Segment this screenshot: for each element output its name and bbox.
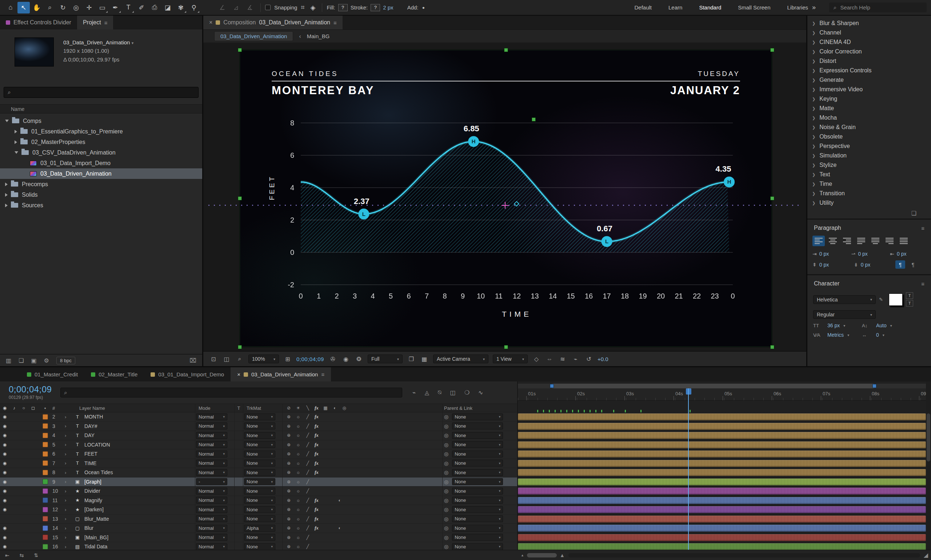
- keyframe-tick[interactable]: [601, 410, 602, 412]
- layer-fx-badge[interactable]: fx: [315, 460, 319, 466]
- layer-switch-icon[interactable]: ⊕: [286, 424, 291, 429]
- indent-control[interactable]: ⇤0 px: [890, 251, 926, 257]
- expand-inout-pane-icon[interactable]: ⇆: [20, 552, 24, 558]
- pan-behind-tool[interactable]: ✛: [83, 2, 95, 14]
- layer-parent-dropdown[interactable]: None: [452, 515, 503, 522]
- type-tool[interactable]: T: [122, 2, 135, 14]
- layer-duration-bar[interactable]: [518, 423, 926, 430]
- magnify-icon[interactable]: ⌕: [235, 355, 244, 362]
- layer-mode-dropdown[interactable]: Normal: [196, 441, 227, 448]
- layer-selection-handle[interactable]: [238, 345, 242, 349]
- effects-category[interactable]: ❯Simulation: [807, 151, 931, 160]
- parent-pickwhip-icon[interactable]: ◎: [444, 469, 448, 475]
- effects-category[interactable]: ❯Keying: [807, 94, 931, 104]
- channels-icon[interactable]: ❂: [355, 355, 363, 363]
- keyframe-tick[interactable]: [578, 410, 579, 412]
- indent-value[interactable]: 0 px: [819, 262, 829, 268]
- snap-option-2-icon[interactable]: ◈: [308, 2, 317, 14]
- layer-fx-badge[interactable]: fx: [315, 432, 319, 438]
- layer-visibility-toggle[interactable]: ◉: [0, 544, 9, 549]
- layer-switch-icon[interactable]: ╱: [305, 461, 310, 466]
- layer-fx-badge[interactable]: fx: [315, 442, 319, 448]
- effects-category[interactable]: ❯Color Correction: [807, 47, 931, 56]
- layer-name[interactable]: MONTH: [82, 414, 195, 420]
- mask-path-icon[interactable]: ◇: [532, 355, 541, 363]
- layer-switch-icon[interactable]: ╱: [305, 442, 310, 447]
- layer-switch-icon[interactable]: ⊕: [286, 470, 291, 475]
- layer-visibility-toggle[interactable]: ◉: [0, 507, 9, 512]
- selection-tool[interactable]: ↖: [17, 2, 30, 14]
- layer-name[interactable]: TIME: [82, 460, 195, 466]
- layer-label-swatch[interactable]: [43, 460, 48, 466]
- effects-category[interactable]: ❯Utility: [807, 198, 931, 208]
- current-time-indicator[interactable]: [688, 388, 689, 550]
- layer-visibility-toggle[interactable]: ◉: [0, 442, 9, 447]
- layer-name[interactable]: DAY#: [82, 423, 195, 429]
- layer-switch-icon[interactable]: ⊕: [286, 544, 291, 549]
- layer-fx-badge[interactable]: fx: [315, 423, 319, 429]
- fill-swatch[interactable]: ?: [338, 4, 348, 11]
- layer-trkmat-dropdown[interactable]: None: [244, 432, 275, 439]
- layer-motion-blur-dot[interactable]: ◐: [337, 498, 342, 503]
- disclosure-triangle-icon[interactable]: [15, 151, 18, 154]
- layer-switch-icon[interactable]: ☼: [295, 414, 301, 419]
- effects-category[interactable]: ❯Time: [807, 179, 931, 189]
- disclosure-triangle-icon[interactable]: [5, 193, 8, 197]
- disclosure-triangle-icon[interactable]: [5, 183, 8, 186]
- parent-pickwhip-icon[interactable]: ◎: [444, 516, 448, 522]
- snap-option-1-icon[interactable]: ⌗: [298, 2, 307, 14]
- layer-trkmat-dropdown[interactable]: None: [244, 423, 275, 429]
- layer-mode-dropdown[interactable]: Normal: [196, 423, 227, 429]
- region-of-interest-icon[interactable]: ❐: [407, 355, 415, 363]
- layer-name[interactable]: Ocean Tides: [82, 469, 195, 475]
- layer-switch-icon[interactable]: ╱: [305, 414, 310, 419]
- layer-row[interactable]: ◉5›TLOCATIONNormalNone⊕☼╱fx◎None: [0, 440, 517, 450]
- layer-expand-arrow[interactable]: ›: [65, 479, 73, 485]
- tracking-value[interactable]: 0: [876, 332, 907, 338]
- layer-switch-icon[interactable]: ☼: [295, 516, 301, 522]
- font-size-value[interactable]: 36 px: [827, 323, 859, 328]
- layer-switch-icon[interactable]: ⊕: [286, 433, 291, 438]
- layer-switch-icon[interactable]: ⊕: [286, 479, 291, 485]
- tab-project[interactable]: Project ≡: [77, 15, 114, 29]
- align-right-button[interactable]: [841, 235, 853, 246]
- transparency-grid-icon[interactable]: ▦: [420, 355, 429, 363]
- font-style-dropdown[interactable]: Regular: [813, 310, 876, 319]
- indent-value[interactable]: 0 px: [861, 262, 870, 268]
- indent-control[interactable]: ⇞0 px: [813, 262, 851, 268]
- draft-3d-icon[interactable]: ◬: [425, 389, 429, 396]
- layer-name[interactable]: Magnify: [82, 497, 195, 503]
- layer-name[interactable]: Blur_Matte: [82, 516, 195, 522]
- preview-timecode[interactable]: 0;00;04;09: [296, 356, 324, 362]
- layer-visibility-toggle[interactable]: ◉: [0, 451, 9, 456]
- layer-parent-dropdown[interactable]: None: [452, 432, 503, 439]
- layer-switch-icon[interactable]: ⊕: [286, 516, 291, 522]
- work-area-start-handle[interactable]: [550, 384, 554, 388]
- name-column-header[interactable]: Name: [0, 105, 202, 114]
- number-column-header[interactable]: #: [52, 405, 65, 411]
- layer-label-swatch[interactable]: [43, 507, 48, 512]
- stroke-width-value[interactable]: 2 px: [383, 5, 393, 11]
- layer-selection-handle[interactable]: [532, 117, 536, 122]
- camera-dropdown[interactable]: Active Camera: [433, 355, 488, 363]
- snapping-checkbox[interactable]: [265, 5, 271, 10]
- layer-switch-icon[interactable]: ⊕: [286, 498, 291, 503]
- layer-switch-icon[interactable]: ╱: [305, 451, 310, 456]
- layer-duration-bar[interactable]: [518, 414, 926, 420]
- layer-name[interactable]: [Darken]: [82, 506, 195, 512]
- tree-item[interactable]: Solids: [0, 189, 202, 200]
- keyframe-tick[interactable]: [689, 410, 691, 412]
- tab-effect-controls[interactable]: Effect Controls Divider: [0, 15, 77, 29]
- layer-expand-arrow[interactable]: ›: [65, 460, 73, 466]
- zoom-tool[interactable]: ⌕: [44, 2, 56, 14]
- keyframe-tick[interactable]: [560, 410, 562, 412]
- layer-trkmat-dropdown[interactable]: None: [244, 414, 275, 420]
- layer-mode-dropdown[interactable]: Normal: [196, 469, 227, 476]
- layer-switch-icon[interactable]: ╱: [305, 498, 310, 503]
- layer-switch-icon[interactable]: ☼: [295, 424, 301, 429]
- layer-duration-bar[interactable]: [518, 442, 926, 448]
- layer-fx-badge[interactable]: fx: [315, 516, 319, 522]
- work-area-end-handle[interactable]: [873, 384, 876, 388]
- layer-switch-icon[interactable]: ⊕: [286, 535, 291, 540]
- layer-trkmat-dropdown[interactable]: Alpha: [244, 525, 275, 532]
